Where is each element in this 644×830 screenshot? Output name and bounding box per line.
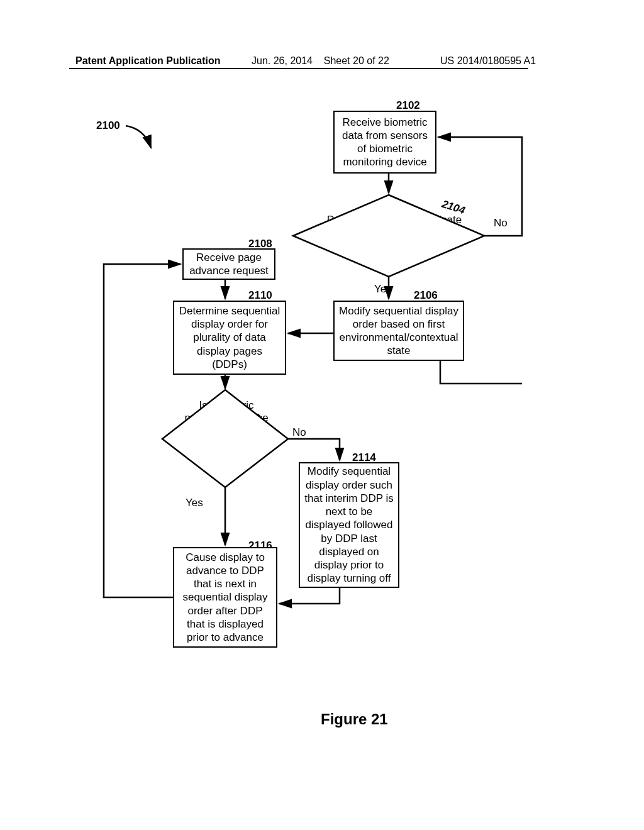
svg-marker-0 <box>293 195 484 277</box>
svg-marker-1 <box>162 390 288 487</box>
flow-lines <box>0 0 644 830</box>
